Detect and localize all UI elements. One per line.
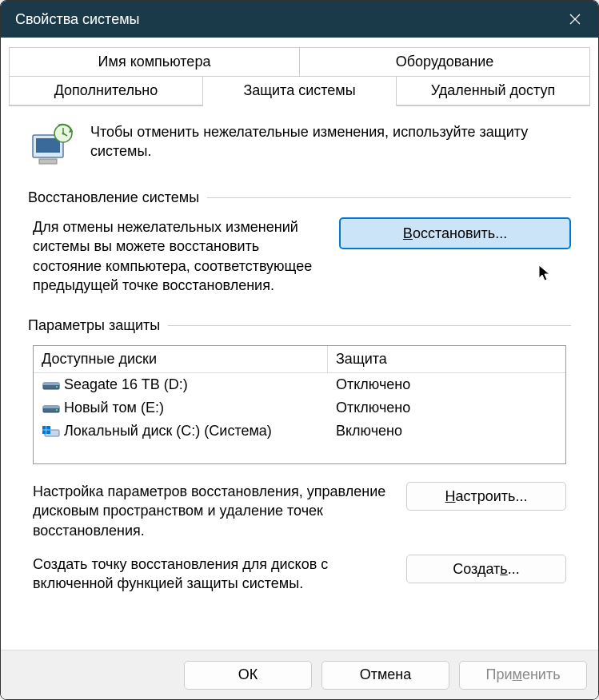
svg-rect-6 xyxy=(43,383,59,385)
column-header-disk[interactable]: Доступные диски xyxy=(34,346,328,373)
drive-status: Отключено xyxy=(336,376,410,393)
intro-text: Чтобы отменить нежелательные изменения, … xyxy=(90,122,571,161)
drive-name: Новый том (E:) xyxy=(64,400,164,416)
restore-row: Для отмены нежелательных изменений систе… xyxy=(28,217,571,295)
tab-advanced[interactable]: Дополнительно xyxy=(9,76,203,105)
svg-rect-15 xyxy=(42,430,46,434)
cancel-button[interactable]: Отмена xyxy=(321,661,449,690)
table-row[interactable]: Локальный диск (C:) (Система)Включено xyxy=(34,420,565,443)
column-header-protection[interactable]: Защита xyxy=(328,346,565,373)
tab-remote[interactable]: Удаленный доступ xyxy=(397,76,590,105)
create-button[interactable]: Создать... xyxy=(406,555,566,583)
drive-icon xyxy=(42,424,61,439)
svg-rect-16 xyxy=(46,430,50,434)
create-row: Создать точку восстановления для дисков … xyxy=(28,555,571,608)
tabs-row-1: Имя компьютера Оборудование xyxy=(9,47,590,76)
tab-computer-name[interactable]: Имя компьютера xyxy=(9,47,300,76)
window-title: Свойства системы xyxy=(15,11,139,28)
ok-button[interactable]: ОК xyxy=(184,661,312,690)
table-body: Seagate 16 TB (D:)ОтключеноНовый том (E:… xyxy=(34,373,565,463)
drive-icon xyxy=(42,378,61,392)
tabs-row-2: Дополнительно Защита системы Удаленный д… xyxy=(9,76,590,106)
divider xyxy=(168,325,571,326)
svg-rect-1 xyxy=(36,138,60,153)
apply-button[interactable]: Применить xyxy=(459,661,587,690)
svg-point-7 xyxy=(56,386,58,388)
drive-name: Локальный диск (C:) (Система) xyxy=(64,423,272,439)
table-row[interactable]: Seagate 16 TB (D:)Отключено xyxy=(34,373,565,396)
close-icon xyxy=(569,14,581,25)
svg-rect-9 xyxy=(43,406,59,408)
system-protection-icon xyxy=(28,122,76,167)
protection-section-header: Параметры защиты xyxy=(28,317,571,334)
svg-rect-13 xyxy=(42,426,46,430)
svg-point-10 xyxy=(56,409,58,411)
drive-status: Включено xyxy=(336,423,402,439)
tab-system-protection[interactable]: Защита системы xyxy=(203,76,397,106)
tab-panel: Чтобы отменить нежелательные изменения, … xyxy=(9,114,590,616)
divider xyxy=(207,197,571,198)
titlebar: Свойства системы xyxy=(1,1,598,38)
table-header: Доступные диски Защита xyxy=(34,346,565,373)
restore-button[interactable]: Восстановить... xyxy=(339,217,571,249)
configure-description: Настройка параметров восстановления, упр… xyxy=(33,482,390,540)
drive-name: Seagate 16 TB (D:) xyxy=(64,376,188,393)
restore-description: Для отмены нежелательных изменений систе… xyxy=(33,217,323,295)
restore-section-header: Восстановление системы xyxy=(28,189,571,206)
protection-section-title: Параметры защиты xyxy=(28,317,160,334)
bottom-bar: ОК Отмена Применить xyxy=(1,650,598,699)
svg-rect-2 xyxy=(39,159,57,164)
drive-status: Отключено xyxy=(336,400,410,416)
table-row[interactable]: Новый том (E:)Отключено xyxy=(34,396,565,420)
configure-button[interactable]: Настроить... xyxy=(406,482,566,511)
drives-table: Доступные диски Защита Seagate 16 TB (D:… xyxy=(33,345,566,464)
close-button[interactable] xyxy=(552,1,598,38)
tab-hardware[interactable]: Оборудование xyxy=(300,47,590,76)
svg-rect-14 xyxy=(46,426,50,430)
dialog-content: Имя компьютера Оборудование Дополнительн… xyxy=(1,38,598,650)
intro-row: Чтобы отменить нежелательные изменения, … xyxy=(28,122,571,167)
configure-row: Настройка параметров восстановления, упр… xyxy=(28,482,571,555)
drive-icon xyxy=(42,401,61,416)
create-description: Создать точку восстановления для дисков … xyxy=(33,555,390,594)
restore-section-title: Восстановление системы xyxy=(28,189,199,206)
